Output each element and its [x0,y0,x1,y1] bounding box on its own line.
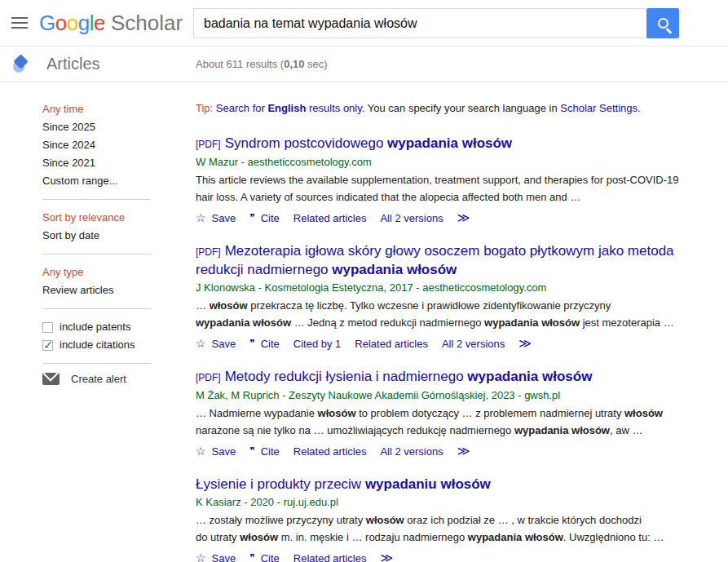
search-result: [PDF]Syndrom postcovidowego wypadania wł… [196,135,701,225]
text-segment: m. in. męskie i … rodzaju nadmiernego [278,531,468,543]
result-title-text: Syndrom postcovidowego wypadania włosów [225,135,512,151]
filter-review-articles[interactable]: Review articles [42,281,196,299]
cite-button[interactable]: ❞Cite [249,338,280,350]
include-citations-label[interactable]: include citations [60,336,135,354]
sort-by-date[interactable]: Sort by date [42,227,196,245]
logo-letter: o [55,11,67,36]
highlighted-term: wypadania włosów [196,316,291,329]
result-title-text: Mezoterapia igłowa skóry głowy osoczem b… [196,243,674,277]
filter-since-2025[interactable]: Since 2025 [42,118,196,136]
tip-label: Tip: [196,102,213,114]
search-icon [658,18,668,29]
filter-custom-range[interactable]: Custom range... [42,172,196,190]
result-actions: ☆Save ❞Cite Related articles All 2 versi… [196,210,701,225]
save-button[interactable]: ☆Save [196,445,236,458]
search-result: Łysienie i produkty przeciw wypadaniu wł… [196,476,701,562]
filter-since-2021[interactable]: Since 2021 [42,154,196,172]
text-segment: … Jedną z metod redukcji nadmiernego [291,316,484,329]
text-segment: … zostały możliwe przyczyny utraty [196,514,366,526]
language-tip: Tip: Search for English results only. Yo… [196,102,701,115]
include-patents-checkbox[interactable] [42,322,53,333]
search-button[interactable] [646,8,679,38]
star-icon: ☆ [196,551,206,562]
related-articles-link[interactable]: Related articles [293,445,367,458]
menu-button[interactable] [11,14,28,32]
highlighted-term: włosów [624,407,663,419]
star-icon: ☆ [196,445,206,458]
result-snippet: … Nadmierne wypadanie włosów to problem … [196,405,701,439]
text-segment: narażone są nie tylko na … umożliwiający… [196,424,514,436]
star-icon: ☆ [196,211,206,224]
more-actions-icon[interactable]: ≫ [457,210,470,225]
filter-any-time[interactable]: Any time [42,100,196,118]
cited-by-link[interactable]: Cited by 1 [293,338,342,350]
result-title-link[interactable]: [PDF]Mezoterapia igłowa skóry głowy osoc… [196,243,674,277]
highlighted-term: wypadaniu włosów [365,476,491,492]
text-segment: jest mezoterapia … [580,316,674,329]
highlighted-term: wypadania włosów [514,424,610,436]
save-label: Save [212,212,236,224]
related-articles-link[interactable]: Related articles [293,552,367,562]
quote-icon: ❞ [249,212,254,223]
save-button[interactable]: ☆Save [196,551,236,562]
result-title-link[interactable]: [PDF]Metody redukcji łysienia i nadmiern… [196,369,592,384]
highlighted-term: włosów [240,531,278,543]
filter-since-2024[interactable]: Since 2024 [42,136,196,154]
highlighted-term: włosów [366,514,404,526]
result-title-link[interactable]: [PDF]Syndrom postcovidowego wypadania wł… [196,135,512,151]
all-versions-link[interactable]: All 2 versions [442,338,505,350]
text-segment: This article reviews the available suppl… [196,174,679,203]
quote-icon: ❞ [249,445,254,457]
logo-scholar-text: Scholar [111,11,183,36]
envelope-icon [42,373,60,385]
create-alert-button[interactable]: Create alert [42,373,196,385]
checkmark-icon: ✓ [43,336,54,354]
text-segment: … Nadmierne wypadanie [196,407,318,419]
cite-button[interactable]: ❞Cite [249,212,280,224]
pdf-tag: [PDF] [196,139,221,150]
result-stats: About 611 results (0,10 sec) [196,58,328,70]
logo-letter: G [39,11,55,36]
text-segment: przekracza tę liczbę. Tylko wczesne i pr… [248,299,611,312]
include-patents-label[interactable]: include patents [60,318,130,336]
all-versions-link[interactable]: All 2 versions [380,212,443,224]
search-input[interactable] [193,8,646,38]
highlighted-term: wypadania włosów [467,369,592,384]
related-articles-link[interactable]: Related articles [355,338,428,350]
result-title-link[interactable]: Łysienie i produkty przeciw wypadaniu wł… [196,476,491,492]
cite-button[interactable]: ❞Cite [249,552,280,562]
result-actions: ☆Save ❞Cite Cited by 1 Related articles … [196,336,701,351]
search-result: [PDF]Mezoterapia igłowa skóry głowy osoc… [196,242,701,351]
scholar-settings-link[interactable]: Scholar Settings [560,102,638,114]
text-segment: Metody redukcji łysienia i nadmiernego [225,369,468,384]
save-button[interactable]: ☆Save [196,211,236,224]
scholar-cap-icon [13,55,31,73]
sort-by-relevance[interactable]: Sort by relevance [42,209,196,227]
search-result: [PDF]Metody redukcji łysienia i nadmiern… [196,368,701,458]
quote-icon: ❞ [249,552,254,562]
include-citations-checkbox[interactable]: ✓ [42,340,53,351]
text-segment: . Uwzględniono tu: … [563,531,664,543]
text-segment: , aw … [610,424,642,436]
pdf-tag: [PDF] [196,372,221,383]
all-versions-link[interactable]: All 2 versions [380,445,443,458]
english-results-link[interactable]: Search for English results only [216,102,362,114]
cite-label: Cite [261,445,280,458]
more-actions-icon[interactable]: ≫ [380,551,393,562]
logo-letter: e [94,11,105,36]
more-actions-icon[interactable]: ≫ [518,336,532,351]
filter-any-type[interactable]: Any type [42,263,196,281]
save-button[interactable]: ☆Save [196,337,236,350]
cite-button[interactable]: ❞Cite [249,445,280,458]
scholar-logo[interactable]: G o o g l e Scholar [39,11,183,36]
sidebar-divider [42,308,151,309]
tip-text: . You can specify your search language i… [362,102,561,114]
result-snippet: … włosów przekracza tę liczbę. Tylko wcz… [196,297,701,331]
result-byline: M Żak, M Ruprich - Zeszyty Naukowe Akade… [196,387,701,404]
result-title-text: Łysienie i produkty przeciw wypadaniu wł… [196,476,491,492]
cite-label: Cite [261,212,280,224]
related-articles-link[interactable]: Related articles [293,212,367,224]
logo-letter: g [78,11,90,36]
more-actions-icon[interactable]: ≫ [457,444,470,458]
filters-sidebar: Any time Since 2025 Since 2024 Since 202… [0,82,196,562]
